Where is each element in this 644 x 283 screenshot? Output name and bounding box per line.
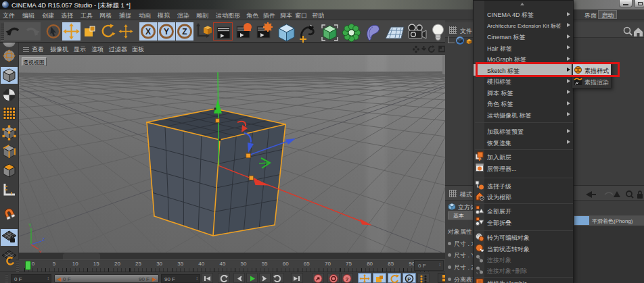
svg-text:P: P [407, 276, 411, 282]
svg-text:Z: Z [182, 27, 187, 36]
svg-text:Y: Y [28, 223, 32, 228]
svg-text:Z: Z [42, 237, 45, 242]
svg-text:Y: Y [164, 27, 169, 36]
svg-text:X: X [145, 27, 151, 36]
svg-text:?: ? [346, 276, 349, 282]
